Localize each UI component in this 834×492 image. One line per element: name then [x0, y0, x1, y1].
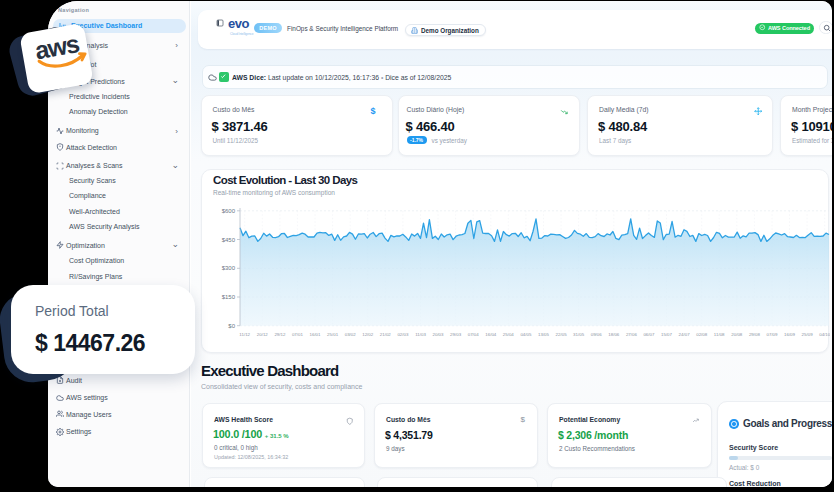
svg-text:18/06: 18/06	[608, 332, 620, 337]
svg-text:$300: $300	[222, 265, 236, 271]
svg-text:21/02: 21/02	[380, 332, 392, 337]
svg-text:20/12: 20/12	[257, 332, 269, 337]
svg-text:27/06: 27/06	[626, 332, 638, 337]
svg-text:06/07: 06/07	[643, 332, 655, 337]
svg-text:13/05: 13/05	[538, 332, 550, 337]
svg-text:16/04: 16/04	[485, 332, 497, 337]
svg-text:04/10: 04/10	[819, 332, 830, 337]
svg-text:$0: $0	[228, 323, 235, 329]
svg-text:31/05: 31/05	[573, 332, 585, 337]
svg-text:15/07: 15/07	[661, 332, 673, 337]
svg-text:02/08: 02/08	[696, 332, 708, 337]
svg-text:$600: $600	[222, 208, 236, 214]
svg-text:07/01: 07/01	[292, 332, 304, 337]
svg-text:20/08: 20/08	[731, 332, 743, 337]
svg-text:29/03: 29/03	[450, 332, 462, 337]
svg-text:11/08: 11/08	[714, 332, 725, 337]
svg-text:16/01: 16/01	[310, 332, 322, 337]
svg-text:25/04: 25/04	[503, 332, 515, 337]
svg-text:25/09: 25/09	[802, 332, 814, 337]
svg-text:29/12: 29/12	[274, 332, 286, 337]
svg-text:24/07: 24/07	[679, 332, 691, 337]
svg-text:$150: $150	[222, 294, 236, 300]
svg-text:04/05: 04/05	[520, 332, 532, 337]
svg-text:03/02: 03/02	[345, 332, 357, 337]
svg-text:12/02: 12/02	[362, 332, 374, 337]
svg-text:16/09: 16/09	[784, 332, 796, 337]
svg-text:29/08: 29/08	[749, 332, 761, 337]
svg-text:25/01: 25/01	[327, 332, 339, 337]
svg-text:11/12: 11/12	[239, 332, 250, 337]
svg-text:07/04: 07/04	[468, 332, 480, 337]
svg-text:07/09: 07/09	[767, 332, 779, 337]
svg-text:20/03: 20/03	[433, 332, 445, 337]
svg-text:02/03: 02/03	[397, 332, 409, 337]
svg-text:09/06: 09/06	[591, 332, 603, 337]
svg-text:11/03: 11/03	[415, 332, 426, 337]
svg-text:$450: $450	[222, 237, 236, 243]
svg-text:22/05: 22/05	[556, 332, 568, 337]
